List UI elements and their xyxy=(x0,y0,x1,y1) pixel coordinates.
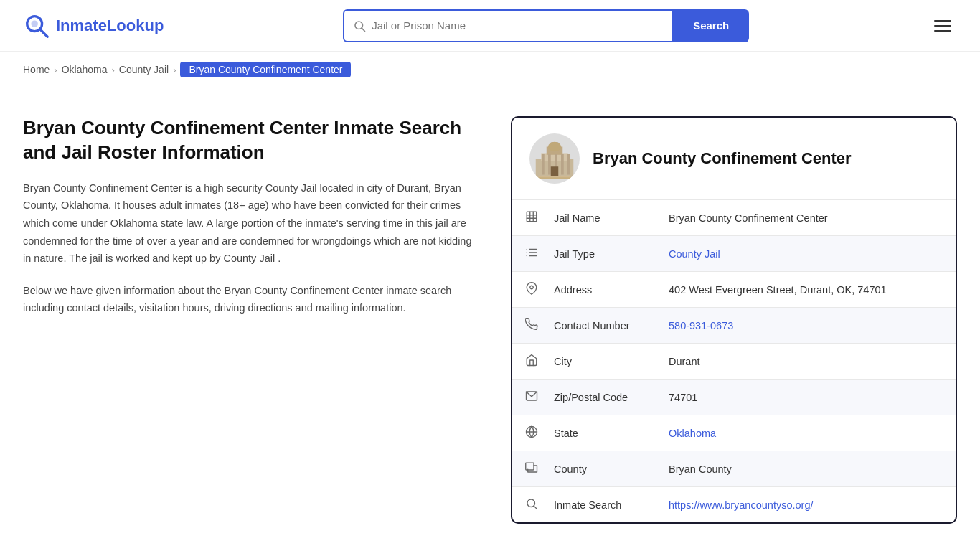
row-label: City xyxy=(541,344,656,380)
row-label: Jail Type xyxy=(541,236,656,272)
svg-rect-33 xyxy=(526,463,534,470)
row-label: County xyxy=(541,451,656,487)
breadcrumb: Home › Oklahoma › County Jail › Bryan Co… xyxy=(0,52,980,88)
menu-line xyxy=(934,30,951,32)
table-row: Contact Number580-931-0673 xyxy=(512,308,956,344)
menu-line xyxy=(934,25,951,27)
site-header: InmateLookup Search xyxy=(0,0,980,52)
table-row: CityDurant xyxy=(512,344,956,380)
jail-card: Bryan County Confinement Center Jail Nam… xyxy=(511,116,957,524)
svg-rect-13 xyxy=(567,154,570,175)
svg-rect-10 xyxy=(548,154,551,175)
svg-rect-12 xyxy=(561,154,564,175)
page-description-1: Bryan County Confinement Center is a hig… xyxy=(23,179,482,268)
page-description-2: Below we have given information about th… xyxy=(23,282,482,317)
search-bar: Search xyxy=(343,9,749,42)
row-value: Durant xyxy=(656,344,956,380)
row-value: Bryan County Confinement Center xyxy=(656,200,956,236)
page-title: Bryan County Confinement Center Inmate S… xyxy=(23,116,482,165)
hamburger-menu[interactable] xyxy=(928,14,957,37)
logo[interactable]: InmateLookup xyxy=(23,12,164,39)
logo-icon xyxy=(23,12,50,39)
breadcrumb-chevron: › xyxy=(173,65,176,75)
row-value-link[interactable]: https://www.bryancountyso.org/ xyxy=(669,499,814,511)
table-row: CountyBryan County xyxy=(512,451,956,487)
row-label: State xyxy=(541,415,656,451)
city-icon-cell xyxy=(512,344,541,380)
card-header: Bryan County Confinement Center xyxy=(512,118,956,199)
table-row: Jail NameBryan County Confinement Center xyxy=(512,200,956,236)
table-row: Jail TypeCounty Jail xyxy=(512,236,956,272)
search-input[interactable] xyxy=(372,19,663,32)
breadcrumb-chevron: › xyxy=(112,65,115,75)
logo-text: InmateLookup xyxy=(56,17,164,35)
row-value[interactable]: https://www.bryancountyso.org/ xyxy=(656,487,956,523)
svg-rect-18 xyxy=(527,212,537,222)
row-value-link[interactable]: County Jail xyxy=(669,248,720,260)
right-column: Bryan County Confinement Center Jail Nam… xyxy=(511,116,957,524)
breadcrumb-home[interactable]: Home xyxy=(23,64,50,75)
row-label: Jail Name xyxy=(541,200,656,236)
mail-icon-cell xyxy=(512,380,541,415)
row-value: Bryan County xyxy=(656,451,956,487)
county-icon-cell xyxy=(512,451,541,487)
search-icon-cell xyxy=(512,487,541,523)
svg-rect-17 xyxy=(536,177,574,179)
row-value: 402 West Evergreen Street, Durant, OK, 7… xyxy=(656,272,956,308)
svg-line-4 xyxy=(362,28,365,31)
card-title: Bryan County Confinement Center xyxy=(593,149,852,168)
table-row: Address402 West Evergreen Street, Durant… xyxy=(512,272,956,308)
svg-rect-9 xyxy=(542,154,545,175)
globe-icon-cell xyxy=(512,415,541,451)
row-label: Address xyxy=(541,272,656,308)
table-row: StateOklahoma xyxy=(512,415,956,451)
jail-info-table: Jail NameBryan County Confinement Center… xyxy=(512,199,956,522)
jail-avatar xyxy=(529,133,580,184)
breadcrumb-current: Bryan County Confinement Center xyxy=(180,62,351,77)
row-value-link[interactable]: Oklahoma xyxy=(669,428,716,439)
row-value: 74701 xyxy=(656,380,956,415)
row-value[interactable]: 580-931-0673 xyxy=(656,308,956,344)
svg-line-1 xyxy=(40,29,47,36)
row-value[interactable]: County Jail xyxy=(656,236,956,272)
svg-line-35 xyxy=(534,506,537,509)
table-row: Zip/Postal Code74701 xyxy=(512,380,956,415)
row-label: Inmate Search xyxy=(541,487,656,523)
list-icon-cell xyxy=(512,236,541,272)
svg-point-14 xyxy=(548,142,561,152)
row-label: Contact Number xyxy=(541,308,656,344)
pin-icon-cell xyxy=(512,272,541,308)
jail-icon-cell xyxy=(512,200,541,236)
row-label: Zip/Postal Code xyxy=(541,380,656,415)
left-column: Bryan County Confinement Center Inmate S… xyxy=(23,116,482,524)
menu-line xyxy=(934,20,951,22)
svg-point-29 xyxy=(530,286,534,289)
breadcrumb-county-jail[interactable]: County Jail xyxy=(119,64,169,75)
table-row: Inmate Searchhttps://www.bryancountyso.o… xyxy=(512,487,956,523)
main-content: Bryan County Confinement Center Inmate S… xyxy=(0,88,980,551)
row-value[interactable]: Oklahoma xyxy=(656,415,956,451)
phone-icon-cell xyxy=(512,308,541,344)
jail-building-icon xyxy=(533,137,576,180)
search-input-wrapper xyxy=(343,9,673,42)
svg-point-2 xyxy=(31,20,38,27)
breadcrumb-chevron: › xyxy=(54,65,57,75)
search-button[interactable]: Search xyxy=(673,9,749,42)
search-icon xyxy=(353,19,366,32)
row-value-link[interactable]: 580-931-0673 xyxy=(669,320,733,331)
breadcrumb-oklahoma[interactable]: Oklahoma xyxy=(62,64,108,75)
